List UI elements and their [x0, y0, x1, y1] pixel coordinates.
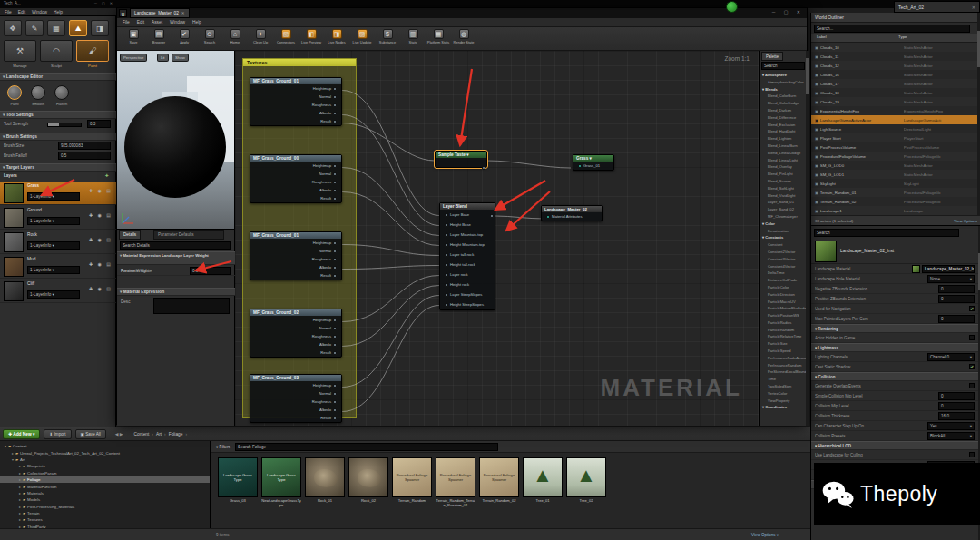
- breadcrumb-item[interactable]: Foliage: [169, 432, 190, 437]
- detail-row[interactable]: Collision: [811, 372, 978, 381]
- detail-row[interactable]: Hierarchical LOD: [811, 441, 978, 450]
- toolbar-button[interactable]: ◧ Live Preview: [299, 29, 324, 44]
- toolbar-button[interactable]: ▦ Platform Stats: [426, 29, 451, 44]
- palette-item[interactable]: Blend_SoftLight: [760, 185, 807, 192]
- asset-thumbnail[interactable]: Procedural Foliage Spawner: [392, 457, 432, 497]
- node-output-pin[interactable]: Heightmap: [250, 381, 341, 389]
- detail-row[interactable]: Landscape Material Landscape_Master_02_I…: [811, 264, 978, 274]
- outliner-row[interactable]: ▣ Clouds_12 StaticMeshActor: [811, 61, 978, 70]
- toolbar-button[interactable]: ◍ Render State: [451, 29, 476, 44]
- palette-item[interactable]: Blend_Screen: [760, 178, 807, 185]
- material-titlebar[interactable]: u Landscape_Master_02 ✕ ─ ▢ ✕: [117, 8, 807, 18]
- target-layer-row[interactable]: Mud 1-LayerInfo ▾ ✚ ◉ ▤: [0, 255, 116, 279]
- detail-checkbox[interactable]: [969, 364, 975, 369]
- detail-value-field[interactable]: 0: [938, 315, 975, 323]
- asset-item[interactable]: Procedural Foliage Spawner Terrain_Rando…: [392, 457, 432, 528]
- view-options[interactable]: View Options ▾: [751, 533, 779, 537]
- node-output-pin[interactable]: Heightmap: [250, 84, 341, 93]
- details-search-input[interactable]: Search Details: [120, 241, 231, 250]
- node-output-pin[interactable]: Result: [250, 117, 341, 125]
- level-tab[interactable]: Tech_Art_02 ✕: [894, 1, 980, 13]
- detail-value-field[interactable]: 16.0: [938, 412, 975, 420]
- folder-tree-item[interactable]: ▸ ▰ MaterialFunction: [0, 483, 210, 489]
- target-layer-row[interactable]: Grass 1-LayerInfo ▾ ✚ ◉ ▤: [0, 182, 116, 205]
- layer-action-icons[interactable]: ✚ ◉ ▤: [89, 212, 113, 218]
- asset-thumbnail[interactable]: Landscape Grass Type: [218, 457, 258, 497]
- toolbar-button[interactable]: $ Substance: [375, 29, 400, 44]
- palette-item[interactable]: Blend_Overlay: [760, 163, 807, 171]
- breadcrumb-item[interactable]: Content: [134, 432, 156, 437]
- section-tool-settings[interactable]: Tool Settings: [0, 111, 116, 119]
- detail-row[interactable]: Used for Navigation: [811, 304, 978, 314]
- tool-strength-value[interactable]: 0.3: [87, 120, 111, 128]
- palette-item[interactable]: Blend_LinearBurn: [760, 142, 807, 150]
- outliner-row[interactable]: ▣ Player Start PlayerStart: [811, 133, 978, 142]
- viewport-menu-button[interactable]: Perspective: [120, 54, 147, 62]
- section-layer-weight[interactable]: Material Expression Landscape Layer Weig…: [117, 251, 235, 265]
- asset-thumbnail[interactable]: [523, 457, 563, 497]
- window-controls[interactable]: ─ ▢ ✕: [94, 1, 114, 5]
- asset-thumbnail[interactable]: Procedural Foliage Spawner: [436, 457, 475, 497]
- palette-item[interactable]: ParticleSize: [760, 340, 807, 348]
- palette-search-input[interactable]: Search: [761, 62, 805, 70]
- detail-value-field[interactable]: 0.0: [190, 267, 231, 275]
- palette-item[interactable]: ParticleSpeed: [760, 348, 807, 355]
- palette-item[interactable]: ParticleRelativeTime: [760, 333, 807, 340]
- close-icon[interactable]: ✕: [972, 5, 975, 10]
- assigned-material-name[interactable]: Landscape_Master_02_Inst: [840, 249, 894, 253]
- folder-tree-item[interactable]: ▸ ▰ Post-Processing_Materials: [0, 504, 210, 510]
- palette-item[interactable]: PerInstanceFadeAmount: [760, 355, 807, 362]
- detail-value-field[interactable]: 0: [938, 285, 975, 293]
- section-target-layers[interactable]: Target Layers: [0, 163, 116, 172]
- detail-row[interactable]: Actor Hidden in Game: [811, 333, 978, 343]
- node-output-pin[interactable]: Heightmap: [250, 239, 341, 247]
- palette-item[interactable]: Layer_Sand_01: [760, 199, 807, 206]
- toolbar-button[interactable]: ◨ Live Nodes: [324, 29, 349, 44]
- layer-action-icons[interactable]: ✚ ◉ ▤: [89, 188, 113, 193]
- menu-item[interactable]: Help: [54, 10, 63, 15]
- folder-tree-item[interactable]: ▸ ▰ Models: [0, 496, 210, 503]
- node-output-pin[interactable]: Result: [250, 349, 341, 357]
- detail-dropdown[interactable]: None: [927, 275, 975, 283]
- sample-taste-node[interactable]: Sample Taste ▾: [435, 151, 487, 168]
- palette-item[interactable]: Atmosphere: [760, 72, 807, 79]
- asset-thumbnail[interactable]: Procedural Foliage Spawner: [479, 457, 519, 497]
- palette-item[interactable]: Blend_HardLight: [760, 128, 807, 135]
- palette-item[interactable]: Blend_PinLight: [760, 171, 807, 178]
- node-output-pin[interactable]: Normal: [250, 170, 341, 178]
- palette-item[interactable]: Blend_VividLight: [760, 192, 807, 200]
- node-input-pin[interactable]: Height rock: [440, 280, 495, 290]
- node-output-pin[interactable]: Roughness: [250, 255, 341, 263]
- node-input-pin[interactable]: Height Base: [440, 220, 495, 230]
- add-new-button[interactable]: ✚ Add New ▾: [3, 429, 40, 439]
- detail-value-field[interactable]: 0: [938, 392, 975, 400]
- editor-mode-icon[interactable]: ◨: [91, 20, 109, 36]
- palette-item[interactable]: Blend_Exclusion: [760, 122, 807, 129]
- layer-info-dropdown[interactable]: 1-LayerInfo ▾: [27, 241, 80, 250]
- outliner-row[interactable]: ▣ Clouds_17 StaticMeshActor: [811, 79, 978, 88]
- node-output-pin[interactable]: Result: [250, 271, 341, 280]
- node-output-pin[interactable]: Result: [250, 194, 341, 202]
- tool-strength-slider[interactable]: [47, 123, 82, 127]
- editor-mode-icon[interactable]: ⛰: [69, 20, 87, 36]
- node-input-pin[interactable]: Layer Mountain-top: [440, 230, 495, 240]
- outliner-row[interactable]: ▣ LightSource DirectionalLight: [811, 124, 978, 133]
- save-all-button[interactable]: ▣ Save All: [75, 429, 106, 439]
- detail-checkbox[interactable]: [969, 383, 975, 388]
- toolbar-button[interactable]: ✔ Apply: [172, 29, 197, 44]
- brush-tool-button[interactable]: [54, 85, 69, 100]
- brush-falloff-value[interactable]: 0.5: [58, 152, 111, 160]
- landscape-mode-button[interactable]: ⚒: [4, 40, 36, 62]
- section-material-expression[interactable]: Material Expression: [117, 288, 235, 296]
- material-preview-viewport[interactable]: PerspectiveLitShow: [117, 51, 235, 229]
- menu-item[interactable]: Window: [170, 20, 185, 25]
- palette-item[interactable]: ParticleRadius: [760, 319, 807, 327]
- palette-item[interactable]: Blend_Darken: [760, 107, 807, 114]
- asset-item[interactable]: Tree_01: [523, 457, 563, 528]
- node-output-pin[interactable]: Albedo: [250, 186, 341, 194]
- menu-item[interactable]: File: [122, 20, 130, 25]
- palette-item[interactable]: Layer_Sand_02: [760, 206, 807, 213]
- layer-info-dropdown[interactable]: 1-LayerInfo ▾: [27, 217, 80, 225]
- section-landscape-editor[interactable]: Landscape Editor: [0, 73, 116, 81]
- palette-item[interactable]: ParticleMotionBlurFade: [760, 305, 807, 312]
